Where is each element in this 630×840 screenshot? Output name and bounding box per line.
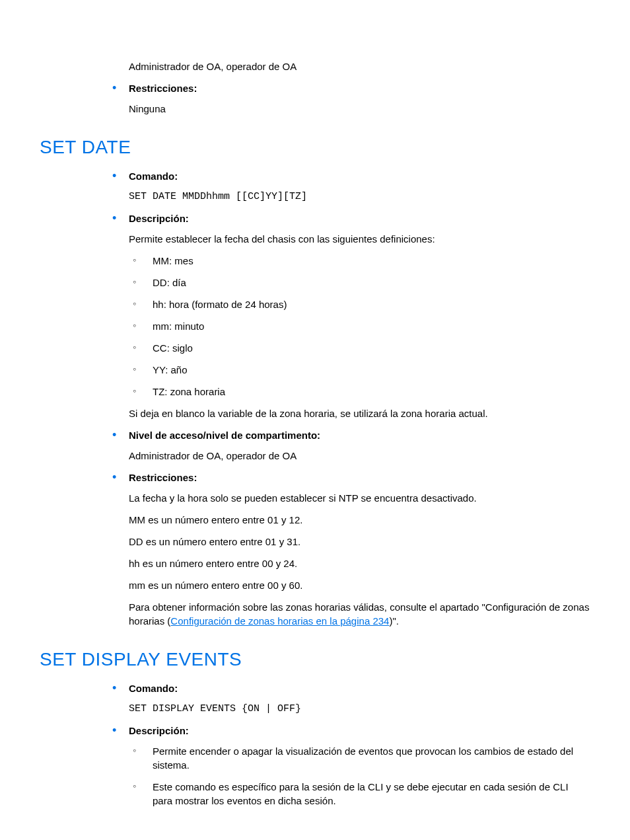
- set-date-descripcion-item: Descripción: Permite establecer la fecha…: [112, 211, 590, 420]
- set-date-comando-body: SET DATE MMDDhhmm [[CC]YY][TZ]: [129, 190, 590, 204]
- set-date-def-text: hh: hora (formato de 24 horas): [153, 299, 287, 310]
- set-date-restriccion-text: La fecha y la hora solo se pueden establ…: [129, 491, 590, 505]
- restriccion-final-post: )".: [389, 615, 399, 627]
- set-date-nivel-label: Nivel de acceso/nivel de compartimento:: [129, 430, 320, 441]
- set-date-restricciones-label: Restricciones:: [129, 472, 197, 483]
- set-date-restriccion-text: mm es un número entero entre 00 y 60.: [129, 578, 590, 592]
- set-date-restriccion-text: MM es un número entero entre 01 y 12.: [129, 513, 590, 527]
- intro-restricciones-item: Restricciones: Ninguna: [112, 81, 590, 116]
- set-date-section: Comando: SET DATE MMDDhhmm [[CC]YY][TZ] …: [112, 169, 590, 628]
- sde-comando-body: SET DISPLAY EVENTS {ON | OFF}: [129, 702, 590, 716]
- set-date-def-item: mm: minuto: [133, 319, 590, 333]
- set-date-nivel-text: Administrador de OA, operador de OA: [129, 449, 590, 463]
- set-date-def-item: TZ: zona horaria: [133, 385, 590, 399]
- set-date-comando-item: Comando: SET DATE MMDDhhmm [[CC]YY][TZ]: [112, 169, 590, 204]
- set-date-def-item: DD: día: [133, 276, 590, 289]
- set-date-def-text: TZ: zona horaria: [153, 386, 225, 397]
- set-date-def-text: MM: mes: [153, 255, 193, 266]
- set-date-descripcion-body: Permite establecer la fecha del chasis c…: [129, 232, 590, 420]
- set-date-nivel-body: Administrador de OA, operador de OA: [129, 449, 590, 463]
- sde-descripcion-item: Descripción: Permite encender o apagar l…: [112, 724, 590, 808]
- sde-desc-item: Este comando es específico para la sesió…: [133, 780, 590, 808]
- set-date-restricciones-body: La fecha y la hora solo se pueden establ…: [129, 491, 590, 628]
- sde-desc-item: Permite encender o apagar la visualizaci…: [133, 744, 590, 772]
- intro-restricciones-body: Ninguna: [129, 102, 590, 116]
- set-display-events-heading: SET DISPLAY EVENTS: [40, 646, 590, 672]
- sde-descripcion-label: Descripción:: [129, 725, 189, 736]
- set-date-comando-label: Comando:: [129, 171, 178, 182]
- set-date-def-text: YY: año: [153, 364, 188, 375]
- intro-section: Administrador de OA, operador de OA Rest…: [112, 59, 590, 116]
- sde-comando-label: Comando:: [129, 683, 178, 694]
- set-date-restriccion-final: Para obtener información sobre las zonas…: [129, 600, 590, 628]
- set-date-def-text: mm: minuto: [153, 321, 204, 332]
- sde-desc-text: Permite encender o apagar la visualizaci…: [153, 745, 573, 771]
- set-date-comando-code: SET DATE MMDDhhmm [[CC]YY][TZ]: [129, 190, 590, 204]
- intro-access-text: Administrador de OA, operador de OA: [129, 59, 590, 73]
- set-date-descripcion-note: Si deja en blanco la variable de la zona…: [129, 406, 590, 420]
- set-date-restriccion-text: hh es un número entero entre 00 y 24.: [129, 556, 590, 570]
- tz-config-link[interactable]: Configuración de zonas horarias en la pá…: [170, 615, 389, 627]
- set-date-def-item: MM: mes: [133, 254, 590, 268]
- set-date-heading: SET DATE: [40, 134, 590, 160]
- set-date-restriccion-text: DD es un número entero entre 01 y 31.: [129, 535, 590, 549]
- set-date-descripcion-label: Descripción:: [129, 213, 189, 224]
- set-date-restricciones-item: Restricciones: La fecha y la hora solo s…: [112, 471, 590, 628]
- sde-comando-code: SET DISPLAY EVENTS {ON | OFF}: [129, 702, 590, 716]
- set-date-descripcion-intro: Permite establecer la fecha del chasis c…: [129, 232, 590, 246]
- set-date-def-text: CC: siglo: [153, 342, 193, 354]
- set-date-def-item: CC: siglo: [133, 341, 590, 355]
- set-date-def-text: DD: día: [153, 277, 186, 288]
- sde-desc-text: Este comando es específico para la sesió…: [153, 781, 569, 806]
- intro-restricciones-label: Restricciones:: [129, 83, 197, 94]
- set-date-def-item: YY: año: [133, 363, 590, 377]
- intro-restricciones-text: Ninguna: [129, 102, 590, 116]
- intro-access-body: Administrador de OA, operador de OA: [112, 59, 590, 73]
- sde-descripcion-body: Permite encender o apagar la visualizaci…: [129, 744, 590, 808]
- set-display-events-section: Comando: SET DISPLAY EVENTS {ON | OFF} D…: [112, 681, 590, 808]
- set-date-def-item: hh: hora (formato de 24 horas): [133, 297, 590, 311]
- sde-comando-item: Comando: SET DISPLAY EVENTS {ON | OFF}: [112, 681, 590, 716]
- set-date-nivel-item: Nivel de acceso/nivel de compartimento: …: [112, 428, 590, 463]
